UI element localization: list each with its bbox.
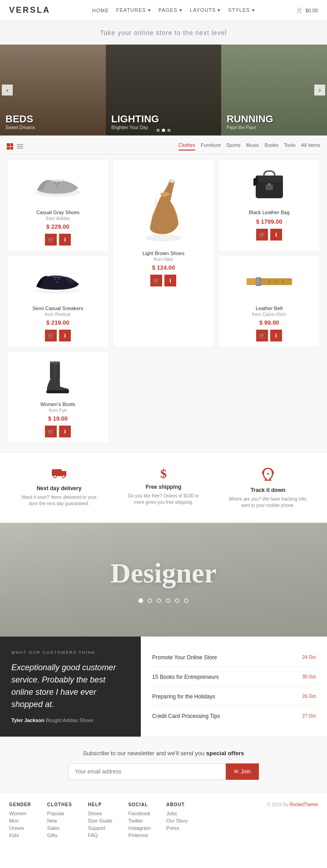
feature-delivery-title: Next day delivery: [37, 485, 82, 492]
blog-title-3[interactable]: Preparing for the Holidays: [152, 693, 215, 700]
newsletter-text: Subscribe to our newsletter and we'll se…: [9, 750, 318, 757]
nav-layouts[interactable]: LAYOUTS ▾: [190, 7, 221, 13]
running-subtitle: Pace the Pace: [227, 125, 273, 130]
image-cell-running[interactable]: RUNNING Pace the Pace: [221, 45, 327, 135]
product-card-2: Light Brown Shoes from Nike $ 124.00 🛒 ℹ: [113, 159, 215, 347]
image-cell-lighting[interactable]: LIGHTING Brighten Your Day: [106, 45, 221, 135]
prev-button[interactable]: ‹: [2, 85, 13, 95]
newsletter-strong: special offers: [206, 750, 244, 757]
svg-point-27: [62, 475, 65, 478]
banner-dot-3[interactable]: [157, 598, 161, 603]
footer-link-ourstory[interactable]: Our Story: [166, 818, 188, 823]
footer-link-sizeguide[interactable]: Size Guide: [88, 818, 113, 823]
nav-features[interactable]: FEATURES ▾: [116, 7, 151, 13]
footer-link-sales[interactable]: Sales: [47, 825, 72, 831]
shoe-dark-svg: [33, 269, 83, 294]
svg-point-12: [57, 281, 58, 282]
svg-rect-22: [46, 390, 69, 393]
footer-link-pinterest[interactable]: Pinterest: [128, 833, 150, 838]
cart-area[interactable]: 🛒 $0.00: [297, 7, 318, 13]
testimonial-quote: Exceptionally good customer service. Pro…: [11, 662, 129, 711]
product-6-cart-btn[interactable]: 🛒: [45, 426, 57, 437]
blog-item-2: 15 Books for Entrepreneurs 35 Oct: [152, 674, 316, 686]
footer-brand-link[interactable]: RocketTheme: [290, 802, 318, 807]
footer-link-shoes[interactable]: Shoes: [88, 811, 113, 816]
tab-tools[interactable]: Tools: [284, 142, 296, 151]
list-view-icon[interactable]: [17, 143, 23, 150]
footer-link-instagram[interactable]: Instagram: [128, 825, 150, 831]
image-label-lighting: LIGHTING Brighten Your Day: [111, 113, 159, 130]
product-4-info-btn[interactable]: ℹ: [59, 330, 71, 341]
testimonial-area: WHAT OUR CUSTOMERS THINK Exceptionally g…: [0, 637, 141, 737]
product-4-cart-btn[interactable]: 🛒: [45, 330, 57, 341]
testimonial-label: WHAT OUR CUSTOMERS THINK: [11, 650, 129, 655]
tab-furniture[interactable]: Furniture: [201, 142, 221, 151]
banner-dot-1[interactable]: [139, 598, 143, 603]
tab-books[interactable]: Books: [265, 142, 279, 151]
logo[interactable]: VERSLA: [9, 5, 50, 15]
footer-link-popular[interactable]: Popular: [47, 811, 72, 816]
footer-link-men[interactable]: Men: [9, 818, 31, 823]
product-3-actions: 🛒 ℹ: [256, 229, 282, 241]
product-6-price: $ 19.00: [48, 415, 68, 422]
product-2-info-btn[interactable]: ℹ: [164, 275, 176, 286]
nav-styles[interactable]: STYLES ▾: [228, 7, 255, 13]
blog-title-1[interactable]: Promote Your Online Store: [152, 654, 217, 661]
image-cell-beds[interactable]: BEDS Sweet Dreams: [0, 45, 106, 135]
nav-pages[interactable]: PAGES ▾: [159, 7, 183, 13]
product-3-info-btn[interactable]: ℹ: [270, 229, 282, 241]
banner-dot-5[interactable]: [175, 598, 179, 603]
product-2-cart-btn[interactable]: 🛒: [150, 275, 162, 286]
footer-link-faq[interactable]: FAQ: [88, 833, 113, 838]
product-5-brand: from Calvin Klein: [252, 312, 287, 317]
product-5-cart-btn[interactable]: 🛒: [256, 330, 268, 341]
product-2-name: Light Brown Shoes: [143, 251, 184, 256]
image-grid-wrapper: BEDS Sweet Dreams LIGHTING Brighten Your…: [0, 45, 327, 135]
banner-dot-4[interactable]: [166, 598, 170, 603]
footer-col-about-heading: ABOUT: [166, 802, 188, 807]
beds-subtitle: Sweet Dreams: [5, 125, 35, 130]
svg-rect-6: [256, 176, 283, 182]
join-label: Join: [241, 768, 251, 775]
blog-item-3: Preparing for the Holidays 26 Oct: [152, 693, 316, 706]
footer-link-facebook[interactable]: Facebook: [128, 811, 150, 816]
product-1-brand: from Adidas: [46, 216, 70, 221]
tab-sports[interactable]: Sports: [226, 142, 241, 151]
product-2-brand: from Nike: [154, 257, 173, 262]
tab-clothes[interactable]: Clothes: [178, 142, 195, 151]
product-1-info-btn[interactable]: ℹ: [59, 234, 71, 246]
grid-view-icon[interactable]: [7, 143, 13, 150]
next-button[interactable]: ›: [314, 85, 325, 95]
newsletter-join-button[interactable]: ✉ Join: [226, 763, 259, 780]
footer-link-gifts[interactable]: Gifts: [47, 833, 72, 838]
banner-dot-6[interactable]: [184, 598, 188, 603]
tab-music[interactable]: Music: [246, 142, 259, 151]
blog-title-4[interactable]: Credit Card Processing Tips: [152, 713, 220, 719]
footer-link-kids[interactable]: Kids: [9, 833, 31, 838]
footer-link-women[interactable]: Women: [9, 811, 31, 816]
footer-link-support[interactable]: Support: [88, 825, 113, 831]
author-name: Tyler Jackson: [11, 717, 45, 723]
footer-col-gender-heading: GENDER: [9, 802, 31, 807]
blog-title-2[interactable]: 15 Books for Entrepreneurs: [152, 674, 219, 680]
nav-home[interactable]: HOME: [92, 8, 109, 13]
designer-banner: Designer: [0, 523, 327, 637]
footer-link-new[interactable]: New: [47, 818, 72, 823]
product-5-info-btn[interactable]: ℹ: [270, 330, 282, 341]
footer-col-gender: GENDER Women Men Unisex Kids: [9, 802, 31, 838]
product-3-cart-btn[interactable]: 🛒: [256, 229, 268, 241]
newsletter-input[interactable]: [68, 763, 226, 780]
tab-all-items[interactable]: All Items: [301, 142, 320, 151]
features-bar: Next day delivery Need it soon? Items de…: [0, 452, 327, 523]
footer-link-jobs[interactable]: Jobs: [166, 811, 188, 816]
slider-dots: [157, 129, 171, 132]
product-5-image: [224, 261, 314, 302]
product-1-cart-btn[interactable]: 🛒: [45, 234, 57, 246]
product-3-image: [224, 165, 314, 206]
footer-link-press[interactable]: Press: [166, 825, 188, 831]
footer-link-unisex[interactable]: Unisex: [9, 825, 31, 831]
product-6-info-btn[interactable]: ℹ: [59, 426, 71, 437]
product-6-actions: 🛒 ℹ: [45, 426, 71, 437]
banner-dot-2[interactable]: [148, 598, 152, 603]
footer-link-twitter[interactable]: Twitter: [128, 818, 150, 823]
